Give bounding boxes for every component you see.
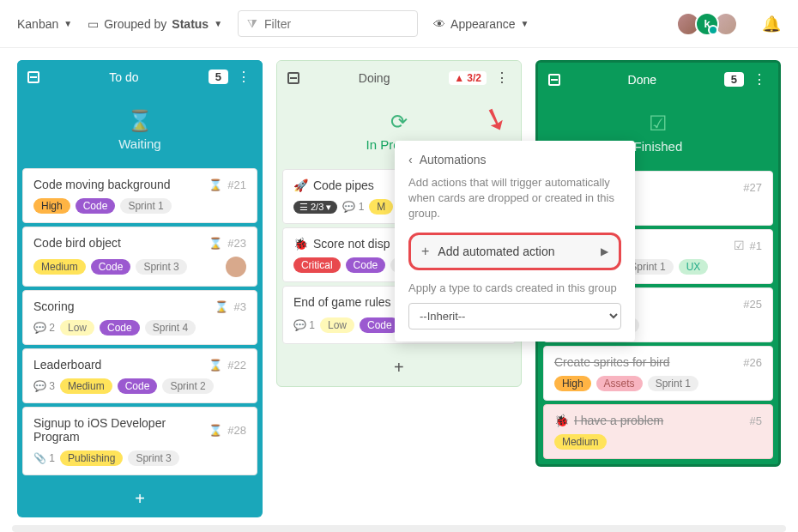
tag: Publishing — [60, 450, 123, 466]
tag: UX — [679, 259, 709, 275]
view-label: Kanban — [17, 17, 58, 31]
tag: Sprint 4 — [145, 320, 196, 336]
card[interactable]: Code bird object⌛#23MediumCodeSprint 3 — [22, 227, 257, 287]
back-icon[interactable]: ‹ — [408, 153, 413, 166]
card-type-select[interactable]: --Inherit-- — [408, 303, 621, 329]
card-title: Code moving background — [33, 178, 203, 191]
collapse-icon[interactable] — [548, 74, 560, 86]
chevron-down-icon: ▼ — [214, 19, 222, 28]
chevron-right-icon: ▶ — [601, 245, 608, 257]
filter-input-wrapper[interactable]: ⧩ — [238, 10, 418, 37]
tag: Code — [360, 317, 400, 333]
comments-count: 💬 1 — [293, 319, 315, 331]
tag: High — [554, 376, 591, 391]
tag: High — [33, 198, 70, 214]
attachments-count: 📎 1 — [33, 452, 55, 464]
avatar[interactable]: k — [695, 12, 719, 36]
card-title: Signup to iOS Developer Program — [33, 416, 203, 444]
user-avatars: k — [681, 12, 738, 36]
tag: Medium — [33, 259, 86, 275]
collapse-icon[interactable] — [287, 72, 299, 84]
groupby-selector[interactable]: ▭ Grouped by Status ▼ — [88, 17, 222, 31]
wip-badge: ▲ 3/2 — [449, 71, 487, 85]
toolbar: Kanban ▼ ▭ Grouped by Status ▼ ⧩ 👁 Appea… — [0, 0, 798, 48]
bug-icon: 🐞 — [293, 237, 308, 251]
column-header: Done 5 ⋮ — [538, 63, 778, 96]
card[interactable]: Signup to iOS Developer Program⌛#28📎 1Pu… — [22, 407, 257, 475]
tag: Sprint 2 — [162, 378, 213, 394]
notifications-icon[interactable]: 🔔 — [762, 15, 781, 33]
filter-input[interactable] — [264, 17, 408, 31]
avatar[interactable] — [226, 257, 246, 277]
column-header: Doing ▲ 3/2 ⋮ — [277, 61, 521, 94]
column-title: To do — [46, 70, 202, 84]
collapse-icon[interactable] — [27, 71, 39, 83]
progress-badge: ☰ 2/3 ▾ — [293, 201, 337, 214]
view-selector[interactable]: Kanban ▼ — [17, 17, 72, 31]
card[interactable]: Create sprites for bird#26HighAssetsSpri… — [543, 346, 773, 401]
add-card-button[interactable]: + — [277, 349, 521, 386]
tag: Medium — [554, 434, 607, 450]
add-action-label: Add automated action — [438, 245, 592, 258]
tag: Sprint 1 — [648, 376, 698, 391]
card-id: #28 — [227, 424, 246, 437]
tag: Low — [60, 320, 94, 336]
card-title: I have a problem — [574, 414, 745, 427]
popover-description: Add actions that will trigger automatica… — [408, 175, 621, 222]
kanban-board: To do 5 ⋮ ⌛ Waiting Code moving backgrou… — [0, 48, 798, 529]
popover-header: ‹ Automations — [408, 153, 621, 166]
tag: Low — [320, 317, 354, 333]
hourglass-icon: ⌛ — [209, 424, 222, 437]
cards-list: Code moving background⌛#21HighCodeSprint… — [17, 163, 263, 481]
column-header: To do 5 ⋮ — [17, 60, 263, 94]
column-count: 5 — [724, 72, 744, 87]
tag: Critical — [293, 257, 341, 273]
comments-count: 💬 3 — [33, 380, 55, 392]
card[interactable]: Code moving background⌛#21HighCodeSprint… — [22, 168, 257, 223]
hourglass-icon: ⌛ — [215, 300, 228, 313]
column-menu-icon[interactable]: ⋮ — [235, 69, 252, 85]
card[interactable]: Leaderboard⌛#22💬 3MediumCodeSprint 2 — [22, 348, 257, 403]
tag: Sprint 3 — [128, 450, 178, 466]
card-title: Leaderboard — [33, 358, 203, 372]
comments-count: 💬 2 — [33, 322, 55, 334]
column-title: Done — [567, 73, 717, 87]
appearance-label: Appearance — [450, 17, 516, 31]
tag: Code — [91, 259, 131, 275]
hourglass-icon: ⌛ — [209, 359, 222, 372]
popover-title: Automations — [420, 153, 487, 166]
card-id: #21 — [227, 178, 246, 191]
column-menu-icon[interactable]: ⋮ — [493, 70, 511, 86]
card-title: Create sprites for bird — [554, 355, 738, 369]
tag: Code — [76, 198, 116, 214]
comments-count: 💬 1 — [342, 201, 364, 213]
add-automated-action-button[interactable]: + Add automated action ▶ — [408, 233, 621, 270]
card-id: #22 — [227, 359, 246, 372]
column-count: 5 — [209, 70, 228, 84]
hourglass-icon: ⌛ — [209, 237, 222, 250]
hourglass-icon: ⌛ — [17, 109, 263, 133]
column-subheader: ⌛ Waiting — [17, 94, 263, 163]
filter-icon: ⧩ — [247, 16, 257, 31]
add-card-button[interactable]: + — [17, 481, 263, 517]
grouped-value: Status — [172, 17, 209, 31]
card[interactable]: Scoring⌛#3💬 2LowCodeSprint 4 — [22, 290, 257, 345]
grouped-prefix: Grouped by — [104, 17, 166, 31]
rocket-icon: 🚀 — [293, 178, 308, 192]
bug-icon: 🐞 — [554, 414, 569, 427]
card-id: #26 — [743, 356, 762, 369]
hourglass-icon: ⌛ — [209, 178, 222, 191]
card[interactable]: 🐞I have a problem#5Medium — [543, 404, 773, 459]
card-title: Code bird object — [33, 236, 203, 250]
tag: M — [369, 199, 393, 215]
scrollbar[interactable] — [12, 525, 786, 532]
card-title: Scoring — [33, 299, 209, 313]
appearance-selector[interactable]: 👁 Appearance ▼ — [433, 17, 529, 31]
card-id: #5 — [750, 414, 762, 427]
chevron-down-icon: ▼ — [521, 19, 529, 28]
column-menu-icon[interactable]: ⋮ — [751, 71, 768, 88]
tag: Sprint 3 — [136, 259, 186, 275]
sub-label: Finished — [634, 139, 683, 154]
check-icon: ☑ — [538, 112, 778, 136]
column-todo: To do 5 ⋮ ⌛ Waiting Code moving backgrou… — [17, 60, 263, 517]
